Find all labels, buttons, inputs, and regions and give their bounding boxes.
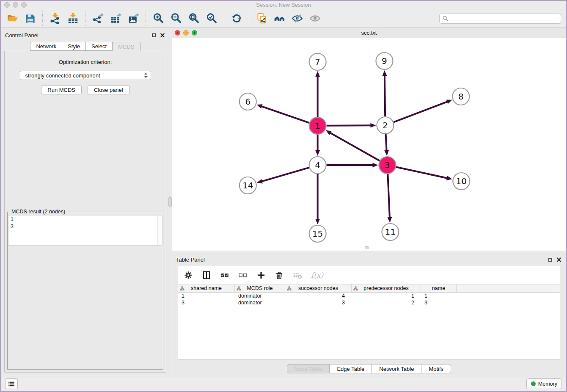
function-builder-button: f(x) — [311, 271, 323, 279]
column-type-icon — [180, 286, 184, 291]
task-history-button[interactable] — [5, 378, 18, 389]
network-canvas[interactable]: 1234678910111415 — [172, 38, 566, 251]
control-panel-tabs: NetworkStyleSelectMCDS — [1, 42, 170, 51]
column-header-name[interactable]: name — [421, 284, 457, 292]
tab-network-table[interactable]: Network Table — [372, 364, 421, 373]
tab-motifs[interactable]: Motifs — [421, 364, 451, 373]
graph-node-label: 14 — [242, 180, 253, 190]
table-cell[interactable]: 1 — [352, 293, 421, 299]
graph-edge-2-3[interactable] — [386, 134, 387, 152]
tab-style[interactable]: Style — [62, 42, 86, 51]
run-mcds-button[interactable]: Run MCDS — [41, 85, 82, 94]
control-panel-header: Control Panel × — [1, 28, 170, 40]
refresh-icon — [231, 13, 242, 24]
float-table-panel-icon[interactable] — [548, 258, 552, 262]
table-cell[interactable]: dominator — [235, 293, 285, 299]
graph-node-label: 6 — [245, 97, 250, 107]
main-toolbar — [1, 9, 566, 28]
zoom-selected-button[interactable] — [204, 11, 219, 26]
table-settings-button[interactable] — [184, 271, 193, 280]
import-table-button[interactable] — [66, 11, 80, 26]
export-network-button[interactable] — [91, 11, 105, 26]
search-box[interactable] — [439, 14, 561, 24]
graph-edge-1-6[interactable] — [261, 106, 309, 123]
table-cell[interactable]: 4 — [285, 293, 352, 299]
export-table-button[interactable] — [108, 11, 123, 26]
close-panel-button[interactable]: Close panel — [88, 85, 129, 94]
column-header-label: predecessor nodes — [363, 285, 408, 291]
trash-icon — [275, 271, 284, 280]
table-cell[interactable]: 3 — [178, 300, 235, 306]
plus-icon — [256, 271, 266, 280]
graph-edge-arrowhead — [388, 217, 392, 223]
graph-edge-4-14[interactable] — [261, 168, 309, 182]
graph-edge-3-10[interactable] — [396, 167, 448, 178]
panel-divider-grip[interactable] — [168, 197, 172, 207]
create-column-button[interactable] — [256, 271, 266, 280]
table-row[interactable]: 3dominator323 — [178, 299, 560, 306]
mcds-panel: Optimization criterion: strongly connect… — [4, 51, 166, 373]
table-cell[interactable]: 2 — [352, 300, 421, 306]
table-cell[interactable]: 1 — [421, 293, 457, 299]
search-icon — [443, 16, 448, 21]
open-session-button[interactable] — [5, 11, 19, 26]
tab-select[interactable]: Select — [86, 42, 113, 51]
toolbar-separator — [85, 11, 85, 26]
table-cell[interactable]: 3 — [421, 300, 457, 306]
column-header-MCDS-role[interactable]: MCDS role — [235, 284, 285, 292]
column-header-successor-nodes[interactable]: successor nodes — [285, 284, 352, 292]
table-cell[interactable]: 1 — [178, 293, 235, 299]
new-network-from-selection-button[interactable] — [254, 11, 269, 26]
zoom-in-button[interactable] — [151, 11, 165, 26]
select-all-columns-button[interactable] — [220, 271, 229, 280]
tab-mcds[interactable]: MCDS — [113, 42, 140, 51]
control-panel-title: Control Panel — [5, 32, 39, 39]
result-scrollbar[interactable] — [157, 215, 162, 245]
save-session-button[interactable] — [23, 11, 37, 26]
graph-edge-1-2[interactable] — [327, 125, 372, 126]
criterion-select[interactable]: strongly connected component — [20, 71, 151, 80]
canvas-resize-grip[interactable] — [365, 246, 369, 249]
graph-edge-2-9[interactable] — [385, 75, 385, 116]
graph-node-label: 9 — [382, 56, 387, 66]
float-panel-icon[interactable] — [152, 33, 156, 37]
show-all-button[interactable] — [308, 11, 322, 26]
column-header-label: successor nodes — [298, 285, 338, 291]
network-window-titlebar: × − + scc.txt — [172, 28, 566, 38]
zoom-out-button[interactable] — [169, 11, 183, 26]
delete-column-button[interactable] — [275, 271, 284, 280]
refresh-view-button[interactable] — [229, 11, 244, 26]
app-window: Session: New Session — [0, 0, 567, 392]
graph-edge-3-11[interactable] — [388, 174, 390, 218]
column-header-shared-name[interactable]: shared name — [178, 284, 235, 292]
table-row[interactable]: 1dominator411 — [178, 293, 560, 299]
column-header-label: shared name — [191, 285, 222, 291]
table-cell[interactable]: dominator — [235, 300, 285, 306]
close-table-panel-icon[interactable]: × — [556, 257, 562, 262]
graph-edge-arrowhead — [257, 104, 263, 108]
hide-selected-button[interactable] — [290, 11, 304, 26]
graph-edge-2-8[interactable] — [394, 101, 448, 122]
memory-button[interactable]: Memory — [526, 378, 562, 389]
first-neighbors-button[interactable] — [272, 11, 286, 26]
show-column-panel-button[interactable] — [202, 271, 211, 280]
graph-edge-3-1[interactable] — [329, 133, 380, 161]
graph-node-label: 4 — [315, 160, 320, 170]
tab-edge-table[interactable]: Edge Table — [330, 364, 372, 373]
select-stepper-icon — [144, 72, 148, 78]
export-image-button[interactable] — [126, 11, 140, 26]
mcds-result-text[interactable]: 1 3 — [8, 215, 162, 246]
table-cell[interactable]: 3 — [285, 300, 352, 306]
eye-icon — [309, 13, 321, 24]
column-header-predecessor-nodes[interactable]: predecessor nodes — [352, 284, 421, 292]
tab-node-table[interactable]: Node Table — [287, 364, 330, 373]
import-network-button[interactable] — [48, 11, 62, 26]
table-panel: Table Panel × — [172, 252, 566, 376]
zoom-fit-button[interactable] — [187, 11, 201, 26]
deselect-all-columns-button[interactable] — [238, 271, 248, 280]
tab-network[interactable]: Network — [30, 42, 62, 51]
checked-boxes-icon — [220, 271, 229, 280]
search-input[interactable] — [450, 15, 558, 22]
close-panel-icon[interactable]: × — [160, 33, 165, 37]
toolbar-separator — [146, 11, 146, 26]
